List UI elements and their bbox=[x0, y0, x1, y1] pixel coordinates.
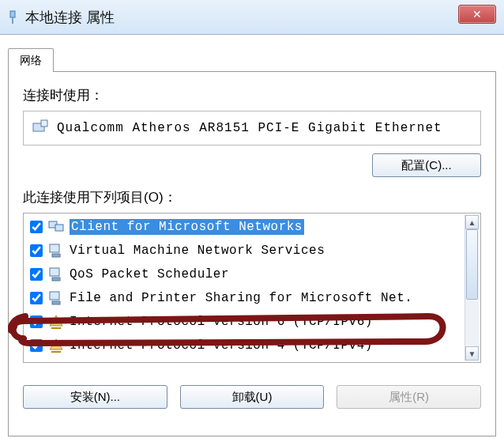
uninstall-button[interactable]: 卸载(U) bbox=[180, 385, 325, 409]
description-label-clipped bbox=[23, 417, 481, 428]
connection-icon bbox=[6, 9, 19, 25]
item-label: Internet Protocol Version 4 (TCP/IPv4) bbox=[70, 338, 373, 353]
properties-button: 属性(R) bbox=[337, 385, 481, 409]
service-icon bbox=[47, 242, 65, 259]
scroll-track[interactable] bbox=[465, 229, 479, 346]
svg-rect-11 bbox=[52, 301, 60, 304]
tab-network[interactable]: 网络 bbox=[8, 48, 54, 72]
tab-page: 连接时使用： Qualcomm Atheros AR8151 PCI-E Gig… bbox=[8, 71, 496, 436]
service-icon bbox=[47, 266, 65, 283]
item-checkbox[interactable] bbox=[30, 244, 43, 257]
svg-rect-5 bbox=[55, 225, 63, 231]
item-label: QoS Packet Scheduler bbox=[70, 266, 229, 282]
svg-rect-10 bbox=[50, 292, 59, 300]
list-item[interactable]: Internet Protocol Version 4 (TCP/IPv4) bbox=[25, 334, 465, 357]
svg-rect-6 bbox=[50, 244, 59, 252]
list-item[interactable]: Internet Protocol Version 6 (TCP/IPv6) bbox=[25, 310, 465, 334]
item-label: Internet Protocol Version 6 (TCP/IPv6) bbox=[70, 314, 373, 330]
svg-rect-0 bbox=[10, 11, 15, 17]
label-connect-using: 连接时使用： bbox=[23, 86, 481, 104]
item-label: Client for Microsoft Networks bbox=[70, 219, 304, 235]
adapter-name: Qualcomm Atheros AR8151 PCI-E Gigabit Et… bbox=[57, 121, 442, 135]
svg-rect-9 bbox=[52, 278, 60, 281]
install-button[interactable]: 安装(N)... bbox=[23, 385, 167, 409]
svg-rect-7 bbox=[52, 254, 60, 257]
configure-button[interactable]: 配置(C)... bbox=[372, 153, 481, 177]
scroll-up-button[interactable]: ▲ bbox=[465, 215, 479, 229]
svg-rect-8 bbox=[50, 268, 59, 276]
scroll-thumb[interactable] bbox=[466, 229, 478, 300]
item-checkbox[interactable] bbox=[30, 268, 43, 281]
item-label: Virtual Machine Network Services bbox=[70, 243, 325, 259]
svg-marker-12 bbox=[50, 315, 62, 326]
list-item[interactable]: Client for Microsoft Networks bbox=[25, 215, 465, 239]
close-icon: ✕ bbox=[472, 8, 482, 21]
tab-strip: 网络 bbox=[8, 43, 496, 71]
titlebar: 本地连接 属性 ✕ bbox=[0, 0, 504, 35]
list-item[interactable]: Virtual Machine Network Services bbox=[25, 239, 465, 263]
item-label: File and Printer Sharing for Microsoft N… bbox=[70, 290, 412, 306]
components-listbox[interactable]: Client for Microsoft NetworksVirtual Mac… bbox=[23, 213, 481, 363]
network-adapter-icon bbox=[32, 119, 49, 138]
item-checkbox[interactable] bbox=[30, 221, 43, 233]
protocol-icon bbox=[47, 313, 65, 331]
client-area: 网络 连接时使用： Qualcomm Atheros AR8151 PCI-E … bbox=[0, 35, 504, 436]
service-icon bbox=[47, 289, 65, 307]
bottom-button-row: 安装(N)... 卸载(U) 属性(R) bbox=[23, 385, 481, 409]
adapter-box: Qualcomm Atheros AR8151 PCI-E Gigabit Et… bbox=[23, 111, 481, 145]
svg-marker-14 bbox=[50, 339, 62, 349]
label-items-used: 此连接使用下列项目(O)： bbox=[23, 188, 481, 206]
close-button[interactable]: ✕ bbox=[458, 5, 496, 24]
window-title: 本地连接 属性 bbox=[25, 8, 115, 27]
protocol-icon bbox=[47, 337, 65, 354]
scroll-down-button[interactable]: ▼ bbox=[465, 346, 479, 361]
scrollbar[interactable]: ▲ ▼ bbox=[465, 215, 479, 361]
client-icon bbox=[47, 218, 65, 236]
item-checkbox[interactable] bbox=[30, 292, 43, 304]
list-item[interactable]: File and Printer Sharing for Microsoft N… bbox=[25, 286, 465, 310]
list-item[interactable]: QoS Packet Scheduler bbox=[25, 263, 465, 286]
svg-rect-3 bbox=[41, 120, 47, 127]
item-checkbox[interactable] bbox=[30, 315, 43, 328]
item-checkbox[interactable] bbox=[30, 339, 43, 352]
